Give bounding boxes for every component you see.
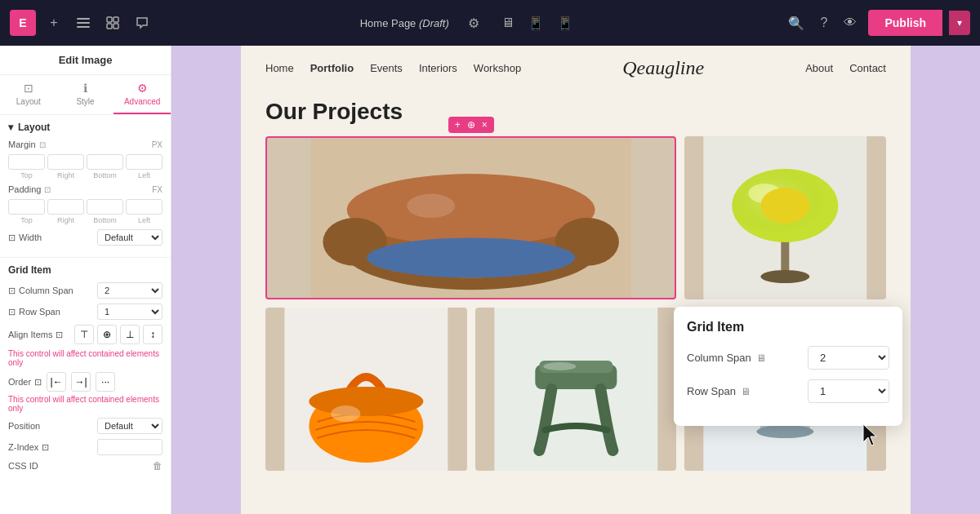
- mobile-icon[interactable]: 📱: [554, 12, 577, 34]
- nav-home[interactable]: Home: [265, 62, 294, 74]
- row-span-row: ⊡ Row Span 1: [8, 304, 163, 320]
- nav-contact[interactable]: Contact: [849, 62, 886, 74]
- tablet-icon[interactable]: 📱: [524, 12, 547, 34]
- main-area: Edit Image ⊡ Layout ℹ Style ⚙ Advanced ▾…: [0, 46, 980, 514]
- margin-top-input[interactable]: [8, 154, 45, 170]
- popover-row-span-label: Row Span 🖥: [687, 385, 751, 397]
- order-helper-text: This control will affect contained eleme…: [8, 395, 163, 413]
- tab-layout[interactable]: ⊡ Layout: [0, 75, 57, 114]
- elementor-logo[interactable]: E: [10, 10, 36, 36]
- position-row: Position Default: [8, 418, 163, 434]
- grid-item-basket[interactable]: [265, 308, 467, 471]
- widgets-icon[interactable]: [101, 11, 124, 34]
- projects-section: Our Projects + ⊕ ×: [241, 91, 911, 487]
- desktop-icon[interactable]: 🖥: [498, 12, 518, 34]
- order-icon: ⊡: [34, 377, 42, 388]
- popover-column-span-select[interactable]: 2 1 3: [808, 346, 889, 370]
- align-center-btn[interactable]: ⊕: [97, 325, 117, 344]
- order-last-btn[interactable]: →|: [71, 372, 91, 392]
- z-index-row: Z-Index ⊡: [8, 439, 163, 455]
- z-index-input[interactable]: [97, 439, 163, 455]
- margin-field-row: Margin ⊡ PX: [8, 140, 163, 149]
- layers-icon[interactable]: [72, 11, 95, 34]
- grid-item-panel-section: Grid Item ⊡ Column Span 2 ⊡ Row Span 1: [0, 258, 171, 483]
- tab-style[interactable]: ℹ Style: [57, 75, 114, 114]
- left-panel: Edit Image ⊡ Layout ℹ Style ⚙ Advanced ▾…: [0, 46, 172, 514]
- z-index-label: Z-Index ⊡: [8, 442, 49, 453]
- order-custom-btn[interactable]: ···: [96, 372, 115, 392]
- width-label: ⊡ Width: [8, 233, 42, 243]
- padding-top-input[interactable]: [8, 199, 45, 215]
- layout-section-header[interactable]: ▾ Layout: [8, 122, 163, 133]
- padding-unit: FX: [152, 185, 163, 194]
- margin-bottom-input[interactable]: [87, 154, 123, 170]
- align-stretch-btn[interactable]: ↕: [143, 325, 163, 344]
- column-span-select[interactable]: 2: [97, 282, 163, 299]
- popover-row-span-select[interactable]: 1 2 3: [808, 379, 889, 403]
- publish-dropdown-button[interactable]: ▾: [949, 11, 970, 35]
- nav-about[interactable]: About: [805, 62, 833, 74]
- padding-left-input[interactable]: [126, 199, 163, 215]
- layout-section: ▾ Layout Margin ⊡ PX Top Right Botto: [0, 115, 171, 258]
- publish-button[interactable]: Publish: [868, 10, 942, 36]
- margin-unit: PX: [152, 140, 163, 149]
- margin-right-input[interactable]: [47, 154, 84, 170]
- order-label: Order ⊡: [8, 377, 42, 388]
- padding-right-input[interactable]: [47, 199, 84, 215]
- order-row: Order ⊡ |← →| ···: [8, 372, 163, 392]
- margin-bottom-label: Bottom: [87, 171, 123, 179]
- nav-interiors[interactable]: Interiors: [419, 62, 457, 74]
- margin-left-input[interactable]: [126, 154, 163, 170]
- site-nav: Home Portfolio Events Interiors Workshop…: [241, 46, 911, 91]
- position-select[interactable]: Default: [97, 418, 163, 434]
- column-span-icon: ⊡: [8, 286, 16, 296]
- tab-style-label: Style: [76, 97, 94, 106]
- topbar: E + Home Home Page (Draft) ⚙ 🖥 📱 📱 🔍 ? 👁…: [0, 0, 980, 46]
- svg-rect-2: [77, 26, 90, 28]
- add-icon[interactable]: +: [42, 11, 65, 34]
- grid-item-sofa[interactable]: + ⊕ ×: [265, 136, 676, 299]
- padding-bottom-input[interactable]: [87, 199, 123, 215]
- search-icon[interactable]: 🔍: [783, 11, 809, 36]
- svg-point-16: [407, 194, 455, 218]
- lamp-image: [684, 136, 886, 299]
- row-span-select[interactable]: 1: [97, 304, 163, 320]
- margin-top-label: Top: [8, 171, 45, 179]
- svg-point-15: [367, 238, 575, 278]
- align-start-btn[interactable]: ⊤: [74, 325, 94, 344]
- style-tab-icon: ℹ: [83, 82, 87, 95]
- topbar-right: 🔍 ? 👁 Publish ▾: [783, 10, 970, 36]
- align-buttons: ⊤ ⊕ ⊥ ↕: [74, 325, 163, 344]
- nav-events[interactable]: Events: [370, 62, 403, 74]
- grid-item-lamp[interactable]: [684, 136, 886, 299]
- layout-section-label: Layout: [18, 122, 50, 133]
- popover-row-span-row: Row Span 🖥 1 2 3: [687, 379, 889, 403]
- order-first-btn[interactable]: |←: [47, 372, 66, 392]
- help-icon[interactable]: ?: [816, 11, 833, 35]
- projects-title: Our Projects: [265, 99, 886, 125]
- margin-right-label: Right: [47, 171, 84, 179]
- page-settings-icon[interactable]: ⚙: [462, 11, 485, 34]
- width-row: ⊡ Width Default: [8, 229, 163, 246]
- svg-point-31: [543, 362, 576, 370]
- cursor-indicator: [862, 423, 878, 450]
- row-span-label: ⊡ Row Span: [8, 307, 60, 317]
- popover-row-monitor-icon: 🖥: [741, 386, 751, 397]
- padding-labels: Top Right Bottom Left: [8, 216, 163, 224]
- preview-icon[interactable]: 👁: [839, 11, 862, 35]
- css-id-delete-icon[interactable]: 🗑: [153, 460, 163, 472]
- tab-advanced[interactable]: ⚙ Advanced: [114, 75, 171, 114]
- popover-column-span-row: Column Span 🖥 2 1 3: [687, 346, 889, 370]
- layout-section-arrow: ▾: [8, 122, 13, 133]
- align-end-btn[interactable]: ⊥: [120, 325, 140, 344]
- nav-portfolio[interactable]: Portfolio: [310, 62, 354, 74]
- comment-icon[interactable]: [131, 11, 154, 34]
- align-helper-text: This control will affect contained eleme…: [8, 349, 163, 367]
- align-items-label: Align Items ⊡: [8, 330, 63, 340]
- width-select[interactable]: Default: [97, 229, 163, 246]
- nav-workshop[interactable]: Workshop: [474, 62, 521, 74]
- canvas-area: Home Portfolio Events Interiors Workshop…: [172, 46, 980, 514]
- grid-item-stool[interactable]: [475, 308, 677, 471]
- margin-labels: Top Right Bottom Left: [8, 171, 163, 179]
- padding-label: Padding ⊡: [8, 184, 51, 194]
